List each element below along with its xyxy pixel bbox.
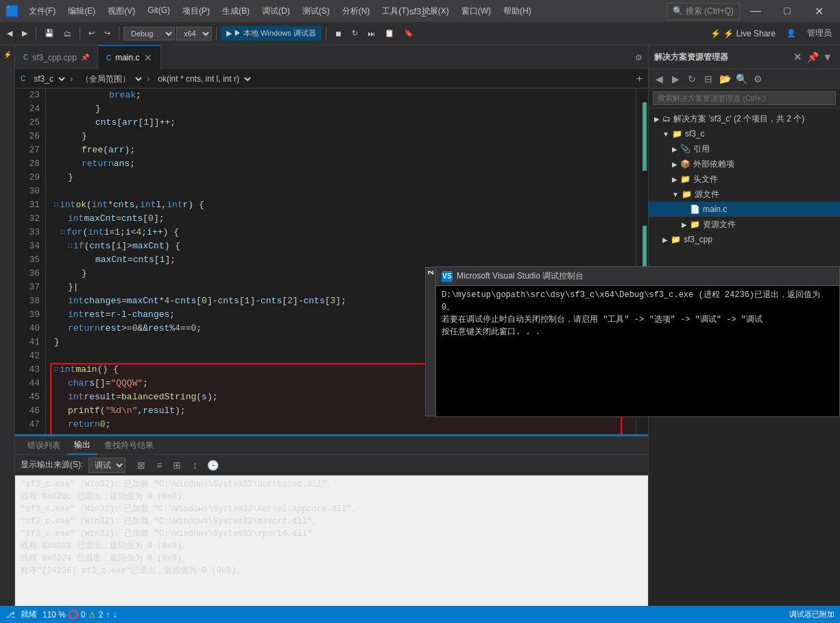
se-filter-btn[interactable]: 🔍 [734, 71, 749, 86]
save-button[interactable]: 💾 [40, 27, 58, 40]
se-item-sf3c[interactable]: ▼ 📁 sf3_c [649, 126, 840, 141]
toolbar-user-icon[interactable]: 👤 [782, 27, 800, 40]
output-scroll-btn[interactable]: ↕ [187, 458, 202, 473]
se-item-ext-deps[interactable]: ▶ 📦 外部依赖项 [649, 156, 840, 172]
toolbar-extra-5[interactable]: 🔖 [400, 27, 418, 40]
se-item-resources[interactable]: ▶ 📁 资源文件 [649, 217, 840, 232]
se-settings-btn[interactable]: ⚙ [750, 71, 765, 86]
menu-analyze[interactable]: 分析(N) [337, 3, 376, 20]
se-item-sf3cpp[interactable]: ▶ 📁 sf3_cpp [649, 232, 840, 247]
se-menu-btn[interactable]: ▼ [821, 50, 835, 64]
status-ready: 就绪 [21, 609, 37, 620]
breadcrumb-symbol-select[interactable]: ok(int * cnts, int l, int r) [152, 73, 253, 84]
ln-27: 27 [15, 143, 40, 157]
se-title: 解决方案资源管理器 [654, 51, 728, 63]
toolbar-extra-4[interactable]: 📋 [381, 27, 398, 40]
se-label-refs: 引用 [693, 143, 710, 155]
fold-43[interactable]: □ [54, 363, 58, 377]
ln-23: 23 [15, 89, 40, 102]
debug-line-3: 按任意键关闭此窗口. . . [442, 326, 834, 338]
tab-error-list[interactable]: 错误列表 [21, 437, 67, 454]
output-filter-btn[interactable]: ⊞ [169, 458, 184, 473]
breadcrumb-add-btn[interactable]: + [636, 73, 643, 85]
breadcrumb-range-select[interactable]: （全局范围） [75, 73, 144, 84]
fold-31[interactable]: □ [54, 198, 58, 212]
ln-34: 34 [15, 239, 40, 253]
forward-button[interactable]: ▶ [18, 27, 32, 40]
run-button[interactable]: ▶ ▶ 本地 Windows 调试器 [221, 26, 322, 40]
se-label-mainc: main.c [703, 204, 727, 214]
code-line-30 [54, 185, 636, 198]
ln-29: 29 [15, 171, 40, 185]
arrow-up-icon[interactable]: ↑ [106, 610, 110, 620]
menu-window[interactable]: 窗口(W) [456, 3, 496, 20]
live-share-button[interactable]: ⚡ ⚡ Live Share [705, 27, 781, 40]
tab-main-c[interactable]: C main.c ✕ [98, 45, 161, 69]
breadcrumb-scope-select[interactable]: sf3_c [28, 73, 67, 84]
margin-marker-2 [643, 226, 647, 267]
toolbar-extra-2[interactable]: ↻ [348, 27, 362, 40]
ln-45: 45 [15, 390, 40, 404]
config-select[interactable]: Debug Release [123, 27, 175, 40]
status-right: 调试器已附加 [789, 609, 835, 620]
se-item-headers[interactable]: ▶ 📁 头文件 [649, 172, 840, 187]
back-button[interactable]: ◀ [3, 27, 16, 40]
menu-project[interactable]: 项目(P) [177, 3, 215, 20]
undo-button[interactable]: ↩ [84, 27, 99, 40]
menu-help[interactable]: 帮助(H) [498, 3, 537, 20]
maximize-button[interactable]: □ [771, 0, 803, 22]
se-expand-ext: ▶ [672, 161, 677, 168]
se-collapse-btn[interactable]: ⊟ [701, 71, 716, 86]
tab-main-c-close[interactable]: ✕ [144, 53, 152, 62]
platform-select[interactable]: x64 x86 [176, 27, 212, 40]
se-item-refs[interactable]: ▶ 📎 引用 [649, 141, 840, 156]
tab-settings-btn[interactable]: ⚙ [629, 45, 648, 69]
output-source-select[interactable]: 调试 [88, 458, 125, 473]
output-wrap-btn[interactable]: ≡ [152, 458, 167, 473]
fold-33[interactable]: □ [61, 226, 65, 239]
tab-output[interactable]: 输出 [67, 436, 97, 455]
menu-file[interactable]: 文件(F) [23, 3, 61, 20]
toolbar-extra-1[interactable]: ⏹ [331, 27, 346, 40]
tab-find-results[interactable]: 查找符号结果 [97, 437, 160, 454]
se-expand-sf3cpp: ▶ [662, 236, 668, 244]
zoom-label[interactable]: 110 % [43, 610, 66, 620]
minimize-button[interactable]: — [740, 0, 771, 22]
sidebar-icon-1[interactable]: ⚡ [1, 48, 14, 60]
se-show-files-btn[interactable]: 📂 [717, 71, 732, 86]
manage-button[interactable]: 管理员 [802, 25, 837, 41]
se-forward-btn[interactable]: ▶ [668, 71, 683, 86]
menu-debug[interactable]: 调试(D) [256, 3, 296, 20]
redo-button[interactable]: ↪ [100, 27, 115, 40]
code-line-32: int maxCnt = cnts[0]; [54, 212, 636, 226]
se-back-btn[interactable]: ◀ [651, 71, 667, 86]
toolbar-extra-3[interactable]: ⏭ [363, 27, 379, 40]
se-search-input[interactable] [653, 91, 836, 105]
tab-sf3-cpp-pin[interactable]: 📌 [81, 54, 89, 61]
warning-icon: ⚠ [88, 610, 96, 620]
tab-sf3-cpp[interactable]: C sf3_cpp.cpp 📌 [15, 45, 98, 69]
status-source-control[interactable]: ⎇ [5, 610, 15, 620]
status-left: ⎇ 就绪 [5, 609, 37, 620]
se-item-solution[interactable]: ▶ 🗂 解决方案 'sf3_c' (2 个项目，共 2 个) [649, 111, 840, 126]
error-indicator[interactable] [69, 610, 78, 620]
menu-edit[interactable]: 编辑(E) [62, 3, 101, 20]
menu-test[interactable]: 测试(S) [297, 3, 335, 20]
se-close-btn[interactable]: ✕ [791, 50, 804, 64]
se-item-mainc[interactable]: 📄 main.c [649, 202, 840, 217]
se-auto-hide-btn[interactable]: 📌 [806, 50, 819, 64]
tab-main-c-label: main.c [115, 53, 139, 62]
menu-git[interactable]: Git(G) [142, 3, 176, 20]
save-all-button[interactable]: 🗂 [60, 27, 75, 40]
close-button[interactable]: ✕ [803, 0, 835, 22]
output-time-btn[interactable]: 🕒 [205, 458, 220, 473]
se-refresh-btn[interactable]: ↻ [684, 71, 699, 86]
menu-view[interactable]: 视图(V) [102, 3, 141, 20]
arrow-down-icon[interactable]: ↓ [112, 610, 117, 620]
se-item-src[interactable]: ▼ 📁 源文件 [649, 187, 840, 202]
menu-build[interactable]: 生成(B) [217, 3, 255, 20]
live-share-label: ⚡ Live Share [723, 29, 776, 38]
fold-34[interactable]: □ [68, 239, 72, 253]
output-clear-btn[interactable]: ⊠ [134, 458, 149, 473]
code-line-31: □int ok(int* cnts, int l, int r) { [54, 198, 636, 212]
